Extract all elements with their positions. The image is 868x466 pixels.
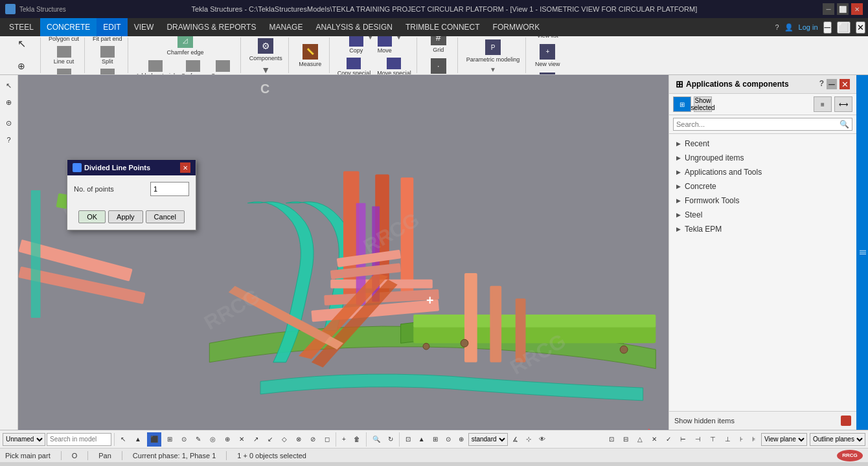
bt-nav-button[interactable]: ⊹ bbox=[523, 432, 534, 447]
lt-tool4-button[interactable]: ? bbox=[1, 132, 17, 148]
select-tool-button[interactable]: ↖ bbox=[5, 36, 38, 55]
tree-item-concrete[interactable]: ▶ Concrete bbox=[669, 179, 856, 194]
bt-square-button[interactable]: ⬛ bbox=[147, 432, 161, 447]
panel-grid-view-button[interactable]: ⊞ bbox=[673, 96, 691, 112]
dialog-close-button[interactable]: ✕ bbox=[180, 162, 190, 173]
bt-circle-button[interactable]: ◎ bbox=[207, 432, 219, 447]
view-plane-select[interactable]: View plane bbox=[761, 433, 807, 446]
tree-item-ungrouped[interactable]: ▶ Ungrouped items bbox=[669, 151, 856, 165]
copy-button[interactable]: Copy bbox=[347, 36, 366, 55]
panel-minimize-icon[interactable]: ─ bbox=[827, 79, 837, 89]
panel-close-button[interactable]: ✕ bbox=[856, 21, 865, 34]
tree-item-apps-tools[interactable]: ▶ Applications and Tools bbox=[669, 165, 856, 179]
bt-dot-button[interactable]: ⊙ bbox=[178, 432, 190, 447]
bt-view-selector-right3[interactable]: △ bbox=[634, 432, 646, 447]
parametric-dropdown-icon[interactable]: ▼ bbox=[490, 66, 496, 73]
bt-eye-button[interactable]: 👁 bbox=[536, 432, 549, 447]
menu-concrete[interactable]: CONCRETE bbox=[40, 18, 97, 36]
view-standard-select[interactable]: standard bbox=[468, 433, 508, 446]
components-button[interactable]: ⚙ Components bbox=[246, 36, 286, 63]
close-button[interactable]: ✕ bbox=[851, 3, 863, 15]
polygon-cut-button[interactable]: Polygon cut bbox=[46, 36, 82, 43]
ok-button[interactable]: OK bbox=[78, 210, 106, 223]
tree-item-steel[interactable]: ▶ Steel bbox=[669, 208, 856, 222]
minimize-button[interactable]: ─ bbox=[823, 3, 834, 15]
part-cut-button[interactable]: Part cut bbox=[51, 67, 76, 75]
chamfer-edge-button[interactable]: ◿ Chamfer edge bbox=[164, 36, 207, 58]
help-icon[interactable]: ? bbox=[775, 23, 779, 31]
search-input[interactable] bbox=[676, 120, 839, 128]
lt-select-button[interactable]: ↖ bbox=[1, 78, 17, 93]
bt-delete-button[interactable]: 🗑 bbox=[350, 432, 363, 447]
unnamed-select[interactable]: Unnamed bbox=[3, 433, 45, 446]
bt-arr-down-button[interactable]: ↙ bbox=[264, 432, 276, 447]
bt-add-button[interactable]: + bbox=[339, 432, 349, 447]
menu-edit[interactable]: EDIT bbox=[97, 18, 127, 36]
search-model-input[interactable] bbox=[47, 433, 111, 446]
copy-special-button[interactable]: Copy special bbox=[335, 56, 374, 76]
tree-item-recent[interactable]: ▶ Recent bbox=[669, 137, 856, 151]
menu-steel[interactable]: STEEL bbox=[3, 18, 40, 36]
fit-part-end-button[interactable]: Fit part end bbox=[90, 36, 125, 43]
bt-view-selector-right4[interactable]: ✕ bbox=[648, 432, 660, 447]
panel-expand-button[interactable]: ⟷ bbox=[834, 96, 852, 112]
cancel-button[interactable]: Cancel bbox=[146, 210, 185, 223]
show-selected-button[interactable]: Show selected bbox=[694, 96, 712, 112]
bt-plus-button[interactable]: ⊕ bbox=[222, 432, 233, 447]
components-dropdown-icon[interactable]: ▼ bbox=[261, 65, 270, 75]
combine-button[interactable]: Combine bbox=[93, 67, 122, 75]
points-button[interactable]: · Points bbox=[422, 56, 455, 76]
lt-tool3-button[interactable]: ⊙ bbox=[1, 115, 17, 131]
bt-view-selector-right5[interactable]: ✓ bbox=[663, 432, 674, 447]
menu-trimble-connect[interactable]: TRIMBLE CONNECT bbox=[399, 18, 486, 36]
window-button[interactable]: ⬜ Window bbox=[531, 71, 564, 76]
snap-tool-button[interactable]: ⊕ bbox=[5, 56, 38, 76]
bt-view-selector-right7[interactable]: ⊣ bbox=[692, 432, 704, 447]
view-list-button[interactable]: ≡ View list bbox=[531, 36, 564, 41]
menu-analysis-design[interactable]: ANALYSIS & DESIGN bbox=[309, 18, 398, 36]
outline-planes-select[interactable]: Outline planes bbox=[810, 433, 865, 446]
menu-formwork[interactable]: FORMWORK bbox=[486, 18, 547, 36]
bt-zoom-button[interactable]: ⊕ bbox=[455, 432, 467, 447]
menu-drawings-reports[interactable]: DRAWINGS & REPORTS bbox=[160, 18, 262, 36]
bt-search-icon[interactable]: 🔍 bbox=[369, 432, 383, 447]
tree-item-formwork-tools[interactable]: ▶ Formwork Tools bbox=[669, 194, 856, 208]
bt-view-selector-right6[interactable]: ⊢ bbox=[677, 432, 689, 447]
bt-view-selector-right1[interactable]: ⊡ bbox=[606, 432, 617, 447]
bt-x-button[interactable]: ✕ bbox=[236, 432, 247, 447]
bt-angle-button[interactable]: ∡ bbox=[509, 432, 521, 447]
grid-button[interactable]: # Grid bbox=[422, 36, 455, 55]
bt-triangle-button[interactable]: ▲ bbox=[131, 432, 144, 447]
panel-close-icon[interactable]: ✕ bbox=[839, 79, 850, 89]
panel-restore-button[interactable]: ⬜ bbox=[837, 21, 851, 34]
bt-snap1-button[interactable]: ⊡ bbox=[402, 432, 414, 447]
added-material-button[interactable]: Added material bbox=[133, 59, 178, 75]
bt-box-button[interactable]: ◻ bbox=[321, 432, 333, 447]
3d-viewport[interactable]: C + RRCG RRCG RRCG RRCG Divided Line Poi… bbox=[18, 75, 668, 430]
move-button[interactable]: Move bbox=[375, 36, 394, 55]
maximize-button[interactable]: ⬜ bbox=[837, 3, 849, 15]
bt-view-selector-right8[interactable]: ⊤ bbox=[707, 432, 719, 447]
bt-snap4-button[interactable]: ⊙ bbox=[442, 432, 454, 447]
parametric-modeling-button[interactable]: P Parametric modeling bbox=[463, 38, 523, 65]
bt-diamond-button[interactable]: ◇ bbox=[279, 432, 290, 447]
panel-minimize-button[interactable]: ─ bbox=[823, 21, 832, 34]
apply-button[interactable]: Apply bbox=[108, 210, 143, 223]
bt-snap3-button[interactable]: ⊞ bbox=[429, 432, 441, 447]
split-button[interactable]: Split bbox=[98, 45, 117, 66]
compare-button[interactable]: Compare bbox=[209, 59, 238, 75]
bt-cursor-button[interactable]: ↖ bbox=[117, 432, 129, 447]
bt-grid-button[interactable]: ⊞ bbox=[164, 432, 176, 447]
menu-view[interactable]: VIEW bbox=[128, 18, 161, 36]
bt-circle-x-button[interactable]: ⊗ bbox=[293, 432, 304, 447]
login-label[interactable]: Log in bbox=[799, 23, 818, 31]
new-view-button[interactable]: + New view bbox=[531, 42, 564, 69]
menu-manage[interactable]: MANAGE bbox=[262, 18, 309, 36]
num-points-input[interactable] bbox=[150, 182, 189, 196]
line-cut-button[interactable]: Line cut bbox=[51, 45, 77, 66]
tree-item-tekla-epm[interactable]: ▶ Tekla EPM bbox=[669, 222, 856, 236]
bt-arr-up-button[interactable]: ↗ bbox=[250, 432, 262, 447]
move-dropdown-icon[interactable]: ▼ bbox=[396, 36, 402, 55]
bt-view-selector-right2[interactable]: ⊟ bbox=[620, 432, 632, 447]
show-hidden-items-label[interactable]: Show hidden items bbox=[674, 417, 735, 425]
